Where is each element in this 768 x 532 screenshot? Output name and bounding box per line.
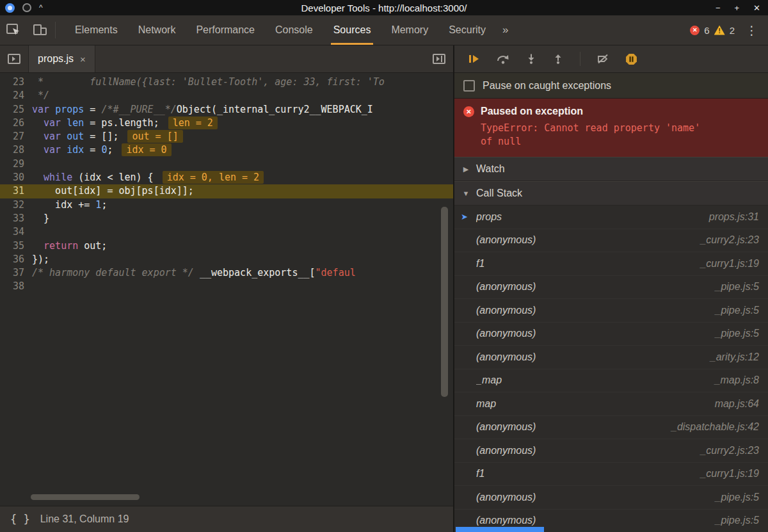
inspect-icon [6, 24, 20, 36]
close-tab-icon[interactable]: × [80, 54, 86, 65]
device-toolbar-button[interactable] [27, 15, 54, 45]
step-over-button[interactable] [497, 54, 509, 64]
callstack-frame[interactable]: ➤propsprops.js:31 [454, 206, 768, 229]
maximize-button[interactable]: + [735, 4, 740, 12]
call-stack-section-header[interactable]: ▼ Call Stack [454, 181, 768, 206]
panel-toggle-button[interactable] [425, 45, 453, 72]
frame-location: props.js:31 [709, 211, 759, 223]
tab-elements[interactable]: Elements [65, 15, 128, 45]
tab-performance[interactable]: Performance [186, 15, 265, 45]
code-text: }); [32, 253, 49, 266]
code-text: /* harmony default export */ __webpack_e… [32, 266, 356, 280]
callstack-frame[interactable]: f1_curry1.js:19 [454, 463, 768, 487]
code-lines: 23 * fullName({last: 'Bullet-Tooth', age… [0, 73, 453, 294]
more-tabs-button[interactable]: » [496, 15, 515, 45]
frame-location: map.js:64 [715, 398, 759, 410]
file-tab-label: props.js [38, 53, 74, 65]
callstack-frame[interactable]: (anonymous)_curry2.js:23 [454, 229, 768, 253]
error-count[interactable]: 6 [704, 25, 709, 36]
callstack-frame[interactable]: (anonymous)_curry2.js:23 [454, 439, 768, 463]
line-number[interactable]: 33 [0, 212, 32, 225]
file-tab-spacer [95, 45, 425, 72]
code-editor[interactable]: 23 * fullName({last: 'Bullet-Tooth', age… [0, 73, 453, 506]
code-line-31: 31 out[idx] = obj[ps[idx]]; [0, 184, 453, 198]
callstack-frame[interactable]: mapmap.js:64 [454, 392, 768, 416]
line-number[interactable]: 25 [0, 103, 32, 117]
tab-console[interactable]: Console [265, 15, 323, 45]
code-text: * fullName({last: 'Bullet-Tooth', age: 3… [32, 76, 385, 89]
close-button[interactable]: ✕ [753, 4, 760, 12]
line-number[interactable]: 36 [0, 253, 32, 266]
toolbar-right: ✕ 6 ! 2 ⋮ [690, 15, 768, 45]
devtools-tabs: ElementsNetworkPerformanceConsoleSources… [57, 15, 496, 45]
error-badge-icon[interactable]: ✕ [690, 26, 700, 35]
line-number[interactable]: 38 [0, 280, 32, 293]
line-number[interactable]: 29 [0, 157, 32, 171]
frame-location: _curry2.js:23 [700, 445, 759, 456]
watch-section-header[interactable]: ▶ Watch [454, 157, 768, 181]
toolbar-separator [55, 22, 56, 38]
resume-button[interactable] [468, 54, 480, 64]
step-out-button[interactable] [553, 54, 563, 64]
minimize-button[interactable]: − [716, 4, 721, 12]
code-line-28: 28 var idx = 0;idx = 0 [0, 143, 453, 157]
callstack-frame[interactable]: (anonymous)_pipe.js:5 [454, 323, 768, 346]
deactivate-breakpoints-button[interactable] [597, 54, 609, 64]
line-number[interactable]: 35 [0, 239, 32, 253]
callstack-frame[interactable]: (anonymous)_arity.js:12 [454, 346, 768, 369]
tab-network[interactable]: Network [128, 15, 186, 45]
code-text: idx += 1; [32, 198, 107, 212]
line-number[interactable]: 27 [0, 130, 32, 143]
frame-location: _curry1.js:19 [700, 468, 759, 480]
editor-status-bar: { } Line 31, Column 19 [0, 506, 453, 532]
debugger-pane: Pause on caught exceptions ✕ Paused on e… [453, 45, 768, 532]
callstack-frame[interactable]: f1_curry1.js:19 [454, 252, 768, 276]
pause-on-caught-label: Pause on caught exceptions [483, 80, 611, 92]
inspect-element-button[interactable] [0, 15, 27, 45]
chevron-right-icon: ▶ [462, 165, 470, 173]
code-line-36: 36}); [0, 253, 453, 266]
callstack-frame[interactable]: (anonymous)_pipe.js:5 [454, 299, 768, 323]
exception-title-row: ✕ Paused on exception [463, 106, 759, 117]
warning-count[interactable]: 2 [730, 25, 735, 36]
frame-function-name: (anonymous) [476, 421, 671, 433]
line-number[interactable]: 26 [0, 117, 32, 130]
file-tab-bar: props.js × [0, 45, 453, 73]
code-line-33: 33 } [0, 212, 453, 225]
code-line-29: 29 [0, 157, 453, 171]
callstack-frame[interactable]: (anonymous)_dispatchable.js:42 [454, 416, 768, 440]
step-into-icon [526, 54, 536, 64]
line-number[interactable]: 28 [0, 143, 32, 157]
tab-memory[interactable]: Memory [381, 15, 438, 45]
line-number[interactable]: 31 [0, 184, 32, 198]
navigator-toggle-button[interactable] [0, 45, 29, 72]
pause-on-exceptions-button[interactable] [625, 53, 637, 65]
tab-sources[interactable]: Sources [323, 15, 381, 45]
editor-horizontal-scrollbar[interactable] [31, 494, 140, 500]
editor-vertical-scrollbar[interactable] [441, 207, 448, 397]
overflow-menu-button[interactable]: ⋮ [739, 23, 764, 38]
file-tab-props-js[interactable]: props.js × [29, 45, 95, 72]
warning-badge-icon[interactable]: ! [714, 26, 725, 35]
frame-location: _arity.js:12 [710, 351, 759, 363]
line-number[interactable]: 34 [0, 225, 32, 239]
exception-error-icon: ✕ [463, 106, 474, 117]
line-number[interactable]: 24 [0, 89, 32, 102]
line-number[interactable]: 23 [0, 76, 32, 89]
code-line-34: 34 [0, 225, 453, 239]
code-text: } [32, 212, 49, 225]
callstack-frame[interactable]: _map_map.js:8 [454, 369, 768, 393]
line-number[interactable]: 32 [0, 198, 32, 212]
tab-security[interactable]: Security [438, 15, 496, 45]
resume-icon [468, 54, 480, 64]
callstack-frame[interactable]: (anonymous)_pipe.js:5 [454, 276, 768, 300]
step-into-button[interactable] [526, 54, 536, 64]
pretty-print-button[interactable]: { } [10, 513, 30, 526]
line-number[interactable]: 37 [0, 266, 32, 280]
watch-section-label: Watch [476, 163, 505, 175]
pause-on-caught-checkbox[interactable] [463, 80, 475, 92]
sources-pane: props.js × 23 * fullName({last: 'Bullet-… [0, 45, 453, 532]
line-number[interactable]: 30 [0, 171, 32, 184]
code-line-25: 25var props = /*#__PURE__*/Object(_inter… [0, 103, 453, 117]
callstack-frame[interactable]: (anonymous)_pipe.js:5 [454, 486, 768, 510]
